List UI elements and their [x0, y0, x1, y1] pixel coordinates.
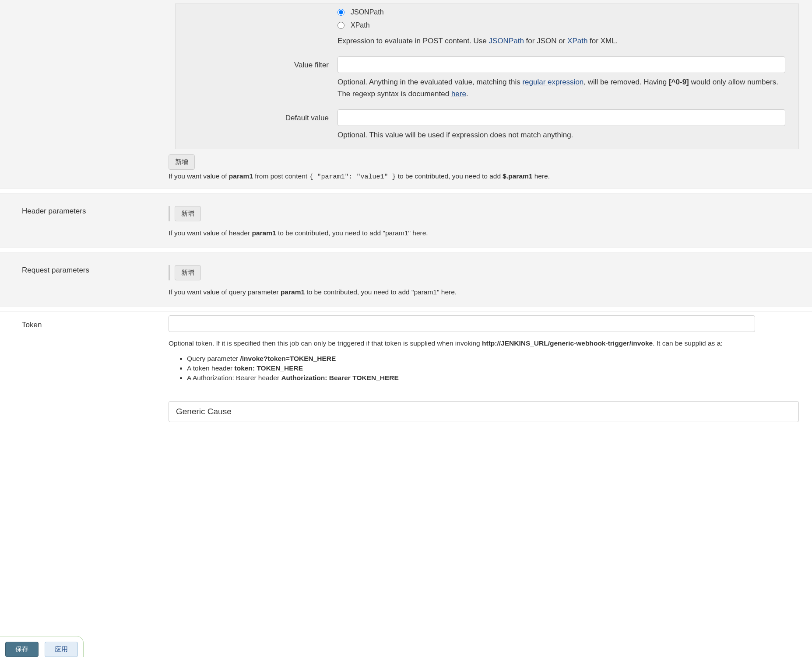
jsonpath-radio-label: JSONPath [351, 8, 384, 16]
xpath-radio[interactable] [337, 22, 344, 29]
jsonpath-radio[interactable] [337, 9, 344, 16]
post-param-hint: If you want value of param1 from post co… [169, 170, 799, 185]
jsonpath-link[interactable]: JSONPath [489, 37, 524, 45]
token-label: Token [0, 315, 169, 389]
list-item: A Authorization: Bearer header Authoriza… [187, 373, 799, 383]
regex-doc-link[interactable]: here [451, 90, 466, 98]
post-content-param-panel: JSONPath XPath Expression to evaluate in… [175, 3, 799, 149]
token-help: Optional token. If it is specified then … [169, 332, 799, 351]
generic-cause-section-title: Generic Cause [169, 401, 799, 422]
default-value-help: Optional. This value will be used if exp… [337, 126, 785, 147]
token-methods-list: Query parameter /invoke?token=TOKEN_HERE… [169, 351, 799, 389]
header-parameters-label: Header parameters [0, 202, 169, 241]
header-param-hint: If you want value of header param1 to be… [169, 227, 799, 241]
regex-link[interactable]: regular expression [522, 78, 584, 86]
token-input[interactable] [169, 315, 755, 332]
xpath-link[interactable]: XPath [567, 37, 587, 45]
value-filter-input[interactable] [337, 56, 785, 73]
list-item: Query parameter /invoke?token=TOKEN_HERE [187, 354, 799, 363]
default-value-input[interactable] [337, 109, 785, 126]
xpath-radio-label: XPath [351, 21, 370, 29]
request-parameters-label: Request parameters [0, 261, 169, 301]
add-request-param-button[interactable]: 新增 [175, 265, 201, 280]
default-value-label: Default value [176, 109, 337, 147]
list-item: A token header token: TOKEN_HERE [187, 363, 799, 373]
value-filter-label: Value filter [176, 56, 337, 106]
add-header-param-button[interactable]: 新增 [175, 206, 201, 221]
request-param-hint: If you want value of query parameter par… [169, 286, 799, 301]
add-post-param-button[interactable]: 新增 [169, 154, 195, 170]
expression-help: Expression to evaluate in POST content. … [337, 32, 785, 53]
value-filter-help: Optional. Anything in the evaluated valu… [337, 73, 785, 106]
